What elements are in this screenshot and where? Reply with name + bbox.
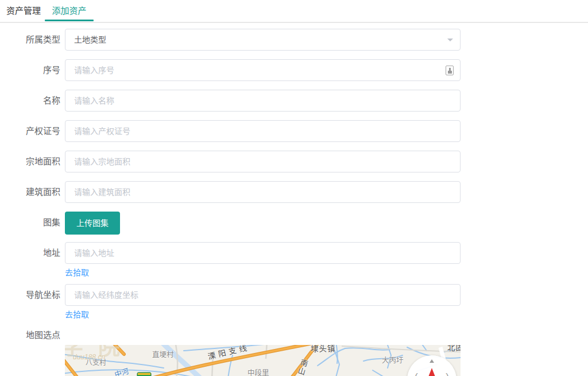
form-row-address: 地址 去拾取	[0, 242, 588, 278]
road-badge: 233	[137, 373, 151, 376]
map-label-village: 八支村	[86, 357, 106, 367]
form-row-parcel-area: 宗地面积	[0, 151, 588, 172]
compass-rotate-left[interactable]: (	[415, 371, 418, 376]
parcel-area-input[interactable]	[65, 151, 461, 172]
cert-label: 产权证号	[0, 120, 60, 142]
form-row-building-area: 建筑面积	[0, 181, 588, 203]
coords-label: 导航坐标	[0, 284, 60, 320]
cert-input[interactable]	[65, 120, 461, 142]
type-select[interactable]: 土地类型	[65, 29, 461, 51]
map-label-village: 大丙圩	[382, 354, 404, 365]
form-row-serial: 序号	[0, 59, 588, 81]
serial-label: 序号	[0, 59, 60, 81]
upload-gallery-button[interactable]: 上传图集	[65, 212, 120, 235]
serial-input[interactable]	[65, 59, 461, 81]
active-tab-underline	[45, 20, 94, 21]
tab-add-asset[interactable]: 添加资产	[45, 0, 94, 22]
name-label: 名称	[0, 90, 60, 112]
compass-needle-icon	[428, 368, 436, 376]
building-area-label: 建筑面积	[0, 181, 60, 203]
form-row-gallery: 图集 上传图集	[0, 212, 588, 235]
chevron-down-icon	[447, 39, 453, 44]
map-picker-canvas[interactable]: 233 学院 duu188.cn 直埂村 溧阳支线 八支村 中河 中段里 埭头镇…	[65, 345, 461, 376]
map-label-village: 直埂村	[152, 348, 174, 359]
tab-asset-management[interactable]: 资产管理	[6, 0, 41, 22]
address-pick-link[interactable]: 去拾取	[65, 267, 89, 278]
map-point-label: 地图选点	[0, 329, 60, 341]
map-label-town: 埭头镇	[311, 345, 336, 354]
compass-rotate-right[interactable]: )	[446, 371, 449, 376]
name-input[interactable]	[65, 90, 461, 112]
coords-input[interactable]	[65, 284, 461, 306]
form-row-coords: 导航坐标 去拾取	[0, 284, 588, 320]
form-row-type: 所属类型 土地类型	[0, 29, 588, 51]
map-label-village: 中段里	[247, 367, 269, 376]
map-label-place: 北固	[447, 345, 461, 352]
number-input-icon	[446, 66, 454, 75]
address-input[interactable]	[65, 242, 461, 264]
tab-bar: 资产管理 添加资产	[0, 0, 588, 23]
form-row-map-point: 地图选点	[0, 329, 588, 341]
form-row-name: 名称	[0, 90, 588, 112]
form-row-cert: 产权证号	[0, 120, 588, 142]
coords-pick-link[interactable]: 去拾取	[65, 309, 89, 320]
building-area-input[interactable]	[65, 181, 461, 203]
add-asset-form: 所属类型 土地类型 序号 名称 产权证号 宗地面积 建筑面积	[0, 23, 588, 376]
parcel-area-label: 宗地面积	[0, 151, 60, 172]
compass-north-tick	[430, 359, 434, 363]
gallery-label: 图集	[0, 212, 60, 235]
type-label: 所属类型	[0, 29, 60, 51]
address-label: 地址	[0, 242, 60, 278]
